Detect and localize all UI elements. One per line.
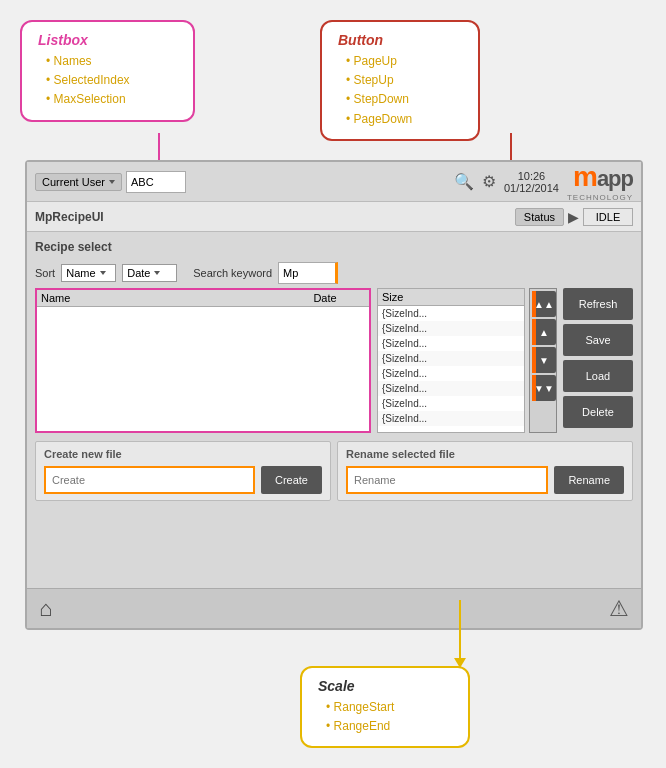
button-item-stepup: StepUp	[346, 71, 462, 90]
button-annotation: Button PageUp StepUp StepDown PageDown	[320, 20, 480, 141]
create-input[interactable]	[44, 466, 255, 494]
size-item-6: {SizeInd...	[378, 396, 524, 411]
listbox-item-names: Names	[46, 52, 177, 71]
scale-item-rangestart: RangeStart	[326, 698, 452, 717]
action-buttons: Refresh Save Load Delete	[563, 288, 633, 433]
sort-search-bar: Sort Name Date Search keyword	[35, 262, 633, 284]
header-bar: Current User 🔍 ⚙ 10:26 01/12/2014 mapp T…	[27, 162, 641, 202]
sort-date-value: Date	[127, 267, 150, 279]
recipe-select-label: Recipe select	[35, 238, 633, 256]
scale-arrow	[459, 600, 461, 660]
size-list-header: Size	[378, 289, 524, 306]
bottom-panels: Create new file Create Rename selected f…	[35, 441, 633, 501]
subheader-bar: MpRecipeUI Status ▶ IDLE	[27, 202, 641, 232]
rename-panel: Rename selected file Rename	[337, 441, 633, 501]
main-panel: Current User 🔍 ⚙ 10:26 01/12/2014 mapp T…	[25, 160, 643, 630]
step-down-button[interactable]: ▼	[532, 347, 556, 373]
page-up-button[interactable]: ▲▲	[532, 291, 556, 317]
recipe-label: MpRecipeUI	[35, 210, 104, 224]
status-button[interactable]: Status	[515, 208, 564, 226]
refresh-button[interactable]: Refresh	[563, 288, 633, 320]
header-icons: 🔍 ⚙	[454, 172, 496, 191]
status-area: Status ▶ IDLE	[515, 208, 633, 226]
listbox-item-selectedindex: SelectedIndex	[46, 71, 177, 90]
create-panel-inner: Create	[44, 466, 322, 494]
listbox-annotation-list: Names SelectedIndex MaxSelection	[38, 52, 177, 110]
button-annotation-list: PageUp StepUp StepDown PageDown	[338, 52, 462, 129]
mapp-technology: TECHNOLOGY	[567, 193, 633, 202]
sort-label: Sort	[35, 267, 55, 279]
listbox-annotation: Listbox Names SelectedIndex MaxSelection	[20, 20, 195, 122]
mapp-rest: app	[597, 166, 633, 191]
list-header: Name Date	[37, 290, 369, 307]
search-keyword-label: Search keyword	[193, 267, 272, 279]
size-list: Size {SizeInd... {SizeInd... {SizeInd...…	[377, 288, 525, 433]
col-date-header: Date	[285, 292, 365, 304]
header-time: 10:26 01/12/2014	[504, 170, 559, 194]
load-button[interactable]: Load	[563, 360, 633, 392]
listbox-annotation-title: Listbox	[38, 32, 177, 48]
step-up-button[interactable]: ▲	[532, 319, 556, 345]
delete-button[interactable]: Delete	[563, 396, 633, 428]
button-item-pageup: PageUp	[346, 52, 462, 71]
mapp-m: m	[573, 161, 597, 192]
sort-name-select[interactable]: Name	[61, 264, 116, 282]
logo-wrap: mapp TECHNOLOGY	[567, 161, 633, 202]
search-input[interactable]	[278, 262, 338, 284]
status-arrow-icon: ▶	[568, 209, 579, 225]
col-name-header: Name	[41, 292, 285, 304]
scale-annotation: Scale RangeStart RangeEnd	[300, 666, 470, 748]
scale-annotation-list: RangeStart RangeEnd	[318, 698, 452, 736]
rename-button[interactable]: Rename	[554, 466, 624, 494]
rename-input[interactable]	[346, 466, 548, 494]
current-user-button[interactable]: Current User	[35, 173, 122, 191]
settings-icon[interactable]: ⚙	[482, 172, 496, 191]
scale-annotation-title: Scale	[318, 678, 452, 694]
save-button[interactable]: Save	[563, 324, 633, 356]
user-input[interactable]	[126, 171, 186, 193]
home-icon[interactable]: ⌂	[39, 596, 52, 622]
time-display: 10:26	[504, 170, 559, 182]
size-item-4: {SizeInd...	[378, 366, 524, 381]
sort-date-select[interactable]: Date	[122, 264, 177, 282]
mapp-logo: mapp	[567, 161, 633, 193]
listbox-item-maxselection: MaxSelection	[46, 90, 177, 109]
warning-icon[interactable]: ⚠	[609, 596, 629, 622]
size-item-0: {SizeInd...	[378, 306, 524, 321]
size-item-7: {SizeInd...	[378, 411, 524, 426]
main-listbox[interactable]: Name Date	[35, 288, 371, 433]
search-icon[interactable]: 🔍	[454, 172, 474, 191]
current-user-label: Current User	[42, 176, 105, 188]
footer-bar: ⌂ ⚠	[27, 588, 641, 628]
size-section: Size {SizeInd... {SizeInd... {SizeInd...…	[377, 288, 557, 433]
size-item-1: {SizeInd...	[378, 321, 524, 336]
create-panel-label: Create new file	[44, 448, 322, 460]
date-display: 01/12/2014	[504, 182, 559, 194]
content-area: Recipe select Sort Name Date Search keyw…	[27, 232, 641, 507]
table-area: Name Date Size {SizeInd... {SizeInd... {…	[35, 288, 633, 433]
create-panel: Create new file Create	[35, 441, 331, 501]
button-annotation-title: Button	[338, 32, 462, 48]
size-item-3: {SizeInd...	[378, 351, 524, 366]
sort-name-dropdown-icon	[100, 271, 106, 275]
create-button[interactable]: Create	[261, 466, 322, 494]
size-item-5: {SizeInd...	[378, 381, 524, 396]
sort-date-dropdown-icon	[154, 271, 160, 275]
current-user-arrow-icon	[109, 180, 115, 184]
sort-name-value: Name	[66, 267, 95, 279]
button-item-stepdown: StepDown	[346, 90, 462, 109]
rename-panel-inner: Rename	[346, 466, 624, 494]
status-value: IDLE	[583, 208, 633, 226]
scale-item-rangeend: RangeEnd	[326, 717, 452, 736]
list-body[interactable]	[37, 307, 369, 427]
page-down-button[interactable]: ▼▼	[532, 375, 556, 401]
scroll-buttons: ▲▲ ▲ ▼ ▼▼	[529, 288, 557, 433]
button-item-pagedown: PageDown	[346, 110, 462, 129]
rename-panel-label: Rename selected file	[346, 448, 624, 460]
size-item-2: {SizeInd...	[378, 336, 524, 351]
